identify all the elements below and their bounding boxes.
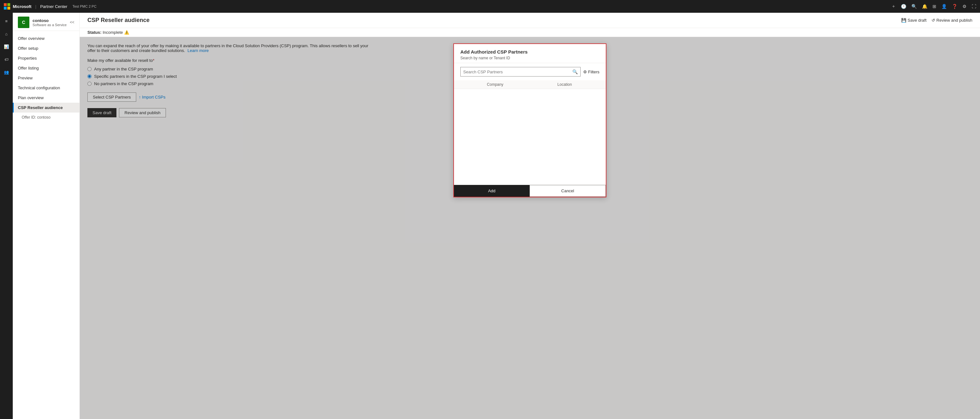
nav-collapse-button[interactable]: << xyxy=(70,20,74,25)
nav-panel: C contoso Software as a Service << Offer… xyxy=(13,13,80,419)
status-value: Incomplete xyxy=(103,30,123,35)
header-save-draft-button[interactable]: 💾 Save draft xyxy=(901,18,926,23)
search-row: 🔍 ⚙ Filters xyxy=(460,67,600,76)
brand-name: Microsoft xyxy=(13,4,32,9)
top-bar-left: Microsoft | Partner Center Test PMC 2 PC xyxy=(4,3,96,10)
company-info: contoso Software as a Service xyxy=(33,18,67,27)
content-area: You can expand the reach of your offer b… xyxy=(80,37,980,419)
svg-rect-2 xyxy=(4,7,7,10)
company-column-header: Company xyxy=(460,82,530,87)
sidebar-item-technical-configuration[interactable]: Technical configuration xyxy=(13,83,80,93)
expand-icon[interactable]: ⛶ xyxy=(972,4,976,9)
search-input-wrapper: 🔍 xyxy=(460,67,581,76)
page-title: CSP Reseller audience xyxy=(88,17,150,24)
person-icon[interactable]: 👤 xyxy=(942,4,947,9)
brand-divider: | xyxy=(35,4,37,9)
sidebar-item-plan-overview[interactable]: Plan overview xyxy=(13,93,80,103)
modal-overlay: Add Authorized CSP Partners Search by na… xyxy=(80,37,980,419)
sidebar-item-properties[interactable]: Properties xyxy=(13,53,80,63)
top-navigation-bar: Microsoft | Partner Center Test PMC 2 PC… xyxy=(0,0,980,13)
bell-icon[interactable]: 🔔 xyxy=(922,4,928,9)
grid-icon[interactable]: ⊞ xyxy=(932,4,936,9)
company-logo: C xyxy=(18,17,29,28)
main-content: CSP Reseller audience 💾 Save draft ↺ Rev… xyxy=(80,13,980,419)
modal-header: Add Authorized CSP Partners Search by na… xyxy=(454,44,606,63)
search-submit-icon[interactable]: 🔍 xyxy=(572,69,578,74)
app-name: Partner Center xyxy=(40,4,67,9)
icon-sidebar: ≡ ⌂ 📊 🏷 👥 xyxy=(0,13,13,419)
environment-label: Test PMC 2 PC xyxy=(72,5,96,8)
sidebar-item-csp-reseller-audience[interactable]: CSP Reseller audience xyxy=(13,103,80,113)
top-bar-right: ＋ 🕐 🔍 🔔 ⊞ 👤 ❓ ⚙ ⛶ xyxy=(891,3,976,9)
modal-cancel-button[interactable]: Cancel xyxy=(530,185,606,197)
location-column-header: Location xyxy=(530,82,600,87)
sidebar-nav-home-icon[interactable]: ⌂ xyxy=(1,28,12,40)
sidebar-item-offer-setup[interactable]: Offer setup xyxy=(13,43,80,53)
modal-add-button[interactable]: Add xyxy=(454,185,530,197)
microsoft-logo-icon xyxy=(4,3,10,10)
header-review-publish-button[interactable]: ↺ Review and publish xyxy=(932,18,972,23)
clock-icon[interactable]: 🕐 xyxy=(901,4,906,9)
sidebar-item-preview[interactable]: Preview xyxy=(13,73,80,83)
status-label: Status: xyxy=(88,30,102,35)
modal-search-area: 🔍 ⚙ Filters xyxy=(454,63,606,80)
add-csp-partners-modal: Add Authorized CSP Partners Search by na… xyxy=(453,43,606,197)
search-icon[interactable]: 🔍 xyxy=(912,4,917,9)
save-icon: 💾 xyxy=(901,18,906,23)
sidebar-item-offer-overview[interactable]: Offer overview xyxy=(13,33,80,43)
filter-icon: ⚙ xyxy=(583,70,587,74)
modal-footer: Add Cancel xyxy=(454,185,606,197)
settings-icon[interactable]: ⚙ xyxy=(963,4,967,9)
sidebar-nav-people-icon[interactable]: 👥 xyxy=(1,66,12,78)
svg-rect-1 xyxy=(7,3,10,6)
sidebar-item-offer-id[interactable]: Offer ID: contoso xyxy=(13,113,80,122)
svg-rect-3 xyxy=(7,7,10,10)
question-icon[interactable]: ❓ xyxy=(952,4,957,9)
modal-table-body xyxy=(454,89,606,185)
app-layout: ≡ ⌂ 📊 🏷 👥 C contoso Software as a Servic… xyxy=(0,13,980,419)
sidebar-item-offer-listing[interactable]: Offer listing xyxy=(13,63,80,73)
sidebar-nav-chart-icon[interactable]: 📊 xyxy=(1,41,12,52)
nav-header: C contoso Software as a Service << xyxy=(13,13,80,31)
status-warning-icon: ⚠️ xyxy=(124,30,129,35)
page-header-actions: 💾 Save draft ↺ Review and publish xyxy=(901,18,972,23)
filter-button[interactable]: ⚙ Filters xyxy=(583,70,600,74)
company-type: Software as a Service xyxy=(33,23,67,27)
plus-icon[interactable]: ＋ xyxy=(891,3,896,9)
page-header: CSP Reseller audience 💾 Save draft ↺ Rev… xyxy=(80,13,980,28)
search-csp-input[interactable] xyxy=(463,70,572,74)
company-name: contoso xyxy=(33,18,67,23)
company-logo-letter: C xyxy=(22,20,25,25)
review-icon: ↺ xyxy=(932,18,935,23)
modal-subtitle: Search by name or Tenant ID xyxy=(460,56,600,60)
sidebar-nav-home[interactable]: ≡ xyxy=(1,15,12,27)
status-bar: Status: Incomplete ⚠️ xyxy=(80,28,980,37)
modal-title: Add Authorized CSP Partners xyxy=(460,49,600,54)
svg-rect-0 xyxy=(4,3,7,6)
sidebar-nav-tag-icon[interactable]: 🏷 xyxy=(1,54,12,65)
nav-items-list: Offer overview Offer setup Properties Of… xyxy=(13,31,80,125)
modal-table-header: Company Location xyxy=(454,80,606,89)
